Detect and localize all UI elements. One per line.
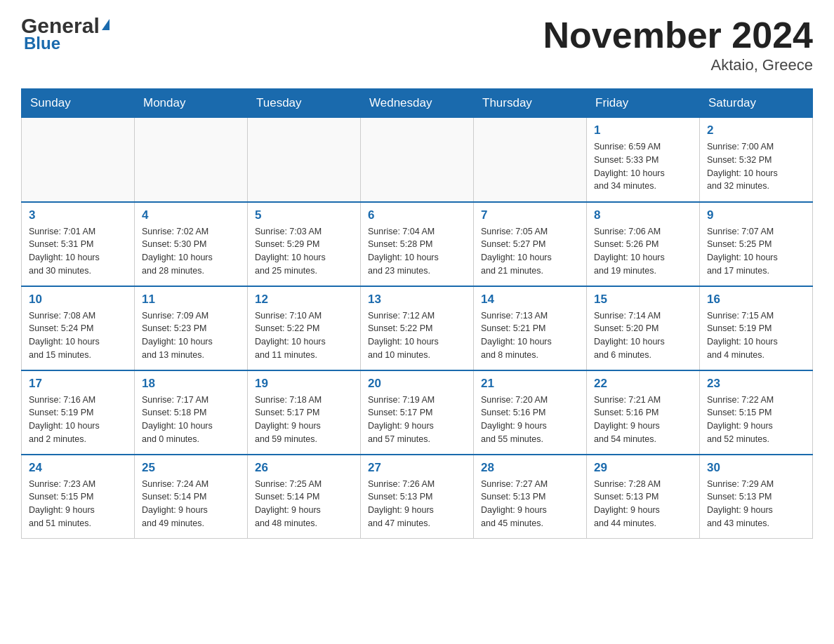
day-number: 9 — [707, 208, 805, 222]
header-saturday: Saturday — [700, 89, 813, 118]
calendar-cell: 9Sunrise: 7:07 AM Sunset: 5:25 PM Daylig… — [700, 202, 813, 286]
day-info: Sunrise: 7:01 AM Sunset: 5:31 PM Dayligh… — [29, 225, 127, 278]
day-info: Sunrise: 7:06 AM Sunset: 5:26 PM Dayligh… — [594, 225, 692, 278]
day-info: Sunrise: 7:27 AM Sunset: 5:13 PM Dayligh… — [481, 478, 579, 530]
day-number: 10 — [29, 293, 127, 307]
header-monday: Monday — [135, 89, 248, 118]
month-title: November 2024 — [543, 14, 813, 56]
calendar-cell: 22Sunrise: 7:21 AM Sunset: 5:16 PM Dayli… — [587, 370, 700, 455]
day-number: 14 — [481, 293, 579, 307]
day-info: Sunrise: 7:15 AM Sunset: 5:19 PM Dayligh… — [707, 309, 805, 362]
day-number: 27 — [368, 461, 466, 475]
day-number: 11 — [142, 293, 240, 307]
day-number: 29 — [594, 461, 692, 475]
day-info: Sunrise: 7:24 AM Sunset: 5:14 PM Dayligh… — [142, 478, 240, 530]
header-wednesday: Wednesday — [361, 89, 474, 118]
calendar-cell: 19Sunrise: 7:18 AM Sunset: 5:17 PM Dayli… — [248, 370, 361, 455]
day-info: Sunrise: 7:28 AM Sunset: 5:13 PM Dayligh… — [594, 478, 692, 530]
day-number: 30 — [707, 461, 805, 475]
calendar-cell: 28Sunrise: 7:27 AM Sunset: 5:13 PM Dayli… — [474, 455, 587, 539]
location-text: Aktaio, Greece — [543, 56, 813, 74]
day-info: Sunrise: 7:16 AM Sunset: 5:19 PM Dayligh… — [29, 394, 127, 446]
day-info: Sunrise: 7:22 AM Sunset: 5:15 PM Dayligh… — [707, 394, 805, 446]
header-thursday: Thursday — [474, 89, 587, 118]
day-number: 20 — [368, 377, 466, 391]
week-row-0: 1Sunrise: 6:59 AM Sunset: 5:33 PM Daylig… — [22, 118, 813, 202]
calendar-cell: 3Sunrise: 7:01 AM Sunset: 5:31 PM Daylig… — [22, 202, 135, 286]
calendar-cell: 17Sunrise: 7:16 AM Sunset: 5:19 PM Dayli… — [22, 370, 135, 455]
calendar-cell: 26Sunrise: 7:25 AM Sunset: 5:14 PM Dayli… — [248, 455, 361, 539]
day-info: Sunrise: 7:04 AM Sunset: 5:28 PM Dayligh… — [368, 225, 466, 278]
calendar-cell: 5Sunrise: 7:03 AM Sunset: 5:29 PM Daylig… — [248, 202, 361, 286]
day-number: 15 — [594, 293, 692, 307]
day-info: Sunrise: 7:02 AM Sunset: 5:30 PM Dayligh… — [142, 225, 240, 278]
calendar-cell: 18Sunrise: 7:17 AM Sunset: 5:18 PM Dayli… — [135, 370, 248, 455]
calendar-cell: 30Sunrise: 7:29 AM Sunset: 5:13 PM Dayli… — [700, 455, 813, 539]
calendar-cell: 21Sunrise: 7:20 AM Sunset: 5:16 PM Dayli… — [474, 370, 587, 455]
day-info: Sunrise: 7:26 AM Sunset: 5:13 PM Dayligh… — [368, 478, 466, 530]
logo-triangle-icon — [102, 19, 110, 30]
calendar-cell: 29Sunrise: 7:28 AM Sunset: 5:13 PM Dayli… — [587, 455, 700, 539]
week-row-3: 17Sunrise: 7:16 AM Sunset: 5:19 PM Dayli… — [22, 370, 813, 455]
day-info: Sunrise: 7:09 AM Sunset: 5:23 PM Dayligh… — [142, 309, 240, 362]
header-tuesday: Tuesday — [248, 89, 361, 118]
calendar-cell: 7Sunrise: 7:05 AM Sunset: 5:27 PM Daylig… — [474, 202, 587, 286]
day-info: Sunrise: 7:00 AM Sunset: 5:32 PM Dayligh… — [707, 140, 805, 193]
day-number: 3 — [29, 208, 127, 222]
days-header-row: SundayMondayTuesdayWednesdayThursdayFrid… — [22, 89, 813, 118]
calendar-cell: 12Sunrise: 7:10 AM Sunset: 5:22 PM Dayli… — [248, 286, 361, 370]
day-number: 12 — [255, 293, 353, 307]
title-block: November 2024 Aktaio, Greece — [543, 14, 813, 74]
day-info: Sunrise: 7:07 AM Sunset: 5:25 PM Dayligh… — [707, 225, 805, 278]
day-info: Sunrise: 7:29 AM Sunset: 5:13 PM Dayligh… — [707, 478, 805, 530]
calendar-cell: 6Sunrise: 7:04 AM Sunset: 5:28 PM Daylig… — [361, 202, 474, 286]
day-number: 24 — [29, 461, 127, 475]
day-number: 1 — [594, 123, 692, 137]
calendar-cell: 16Sunrise: 7:15 AM Sunset: 5:19 PM Dayli… — [700, 286, 813, 370]
calendar-cell: 14Sunrise: 7:13 AM Sunset: 5:21 PM Dayli… — [474, 286, 587, 370]
logo: General Blue — [21, 14, 110, 53]
day-number: 19 — [255, 377, 353, 391]
day-info: Sunrise: 7:25 AM Sunset: 5:14 PM Dayligh… — [255, 478, 353, 530]
day-info: Sunrise: 7:17 AM Sunset: 5:18 PM Dayligh… — [142, 394, 240, 446]
day-info: Sunrise: 6:59 AM Sunset: 5:33 PM Dayligh… — [594, 140, 692, 193]
calendar-cell — [361, 118, 474, 202]
day-number: 22 — [594, 377, 692, 391]
calendar-cell: 27Sunrise: 7:26 AM Sunset: 5:13 PM Dayli… — [361, 455, 474, 539]
header-sunday: Sunday — [22, 89, 135, 118]
day-info: Sunrise: 7:23 AM Sunset: 5:15 PM Dayligh… — [29, 478, 127, 530]
day-number: 4 — [142, 208, 240, 222]
day-number: 21 — [481, 377, 579, 391]
calendar-cell — [474, 118, 587, 202]
day-number: 2 — [707, 123, 805, 137]
day-number: 25 — [142, 461, 240, 475]
calendar-cell — [22, 118, 135, 202]
calendar-table: SundayMondayTuesdayWednesdayThursdayFrid… — [21, 88, 813, 539]
day-number: 18 — [142, 377, 240, 391]
day-info: Sunrise: 7:21 AM Sunset: 5:16 PM Dayligh… — [594, 394, 692, 446]
day-info: Sunrise: 7:05 AM Sunset: 5:27 PM Dayligh… — [481, 225, 579, 278]
day-info: Sunrise: 7:03 AM Sunset: 5:29 PM Dayligh… — [255, 225, 353, 278]
week-row-2: 10Sunrise: 7:08 AM Sunset: 5:24 PM Dayli… — [22, 286, 813, 370]
logo-blue-text: Blue — [24, 34, 60, 53]
calendar-cell — [135, 118, 248, 202]
day-info: Sunrise: 7:18 AM Sunset: 5:17 PM Dayligh… — [255, 394, 353, 446]
calendar-cell: 13Sunrise: 7:12 AM Sunset: 5:22 PM Dayli… — [361, 286, 474, 370]
day-number: 5 — [255, 208, 353, 222]
day-info: Sunrise: 7:12 AM Sunset: 5:22 PM Dayligh… — [368, 309, 466, 362]
day-info: Sunrise: 7:14 AM Sunset: 5:20 PM Dayligh… — [594, 309, 692, 362]
day-number: 28 — [481, 461, 579, 475]
day-number: 6 — [368, 208, 466, 222]
day-number: 23 — [707, 377, 805, 391]
day-info: Sunrise: 7:20 AM Sunset: 5:16 PM Dayligh… — [481, 394, 579, 446]
page-header: General Blue November 2024 Aktaio, Greec… — [21, 14, 813, 74]
day-info: Sunrise: 7:19 AM Sunset: 5:17 PM Dayligh… — [368, 394, 466, 446]
calendar-cell: 24Sunrise: 7:23 AM Sunset: 5:15 PM Dayli… — [22, 455, 135, 539]
calendar-cell — [248, 118, 361, 202]
calendar-cell: 11Sunrise: 7:09 AM Sunset: 5:23 PM Dayli… — [135, 286, 248, 370]
day-number: 7 — [481, 208, 579, 222]
calendar-cell: 8Sunrise: 7:06 AM Sunset: 5:26 PM Daylig… — [587, 202, 700, 286]
calendar-cell: 2Sunrise: 7:00 AM Sunset: 5:32 PM Daylig… — [700, 118, 813, 202]
day-number: 26 — [255, 461, 353, 475]
calendar-cell: 4Sunrise: 7:02 AM Sunset: 5:30 PM Daylig… — [135, 202, 248, 286]
